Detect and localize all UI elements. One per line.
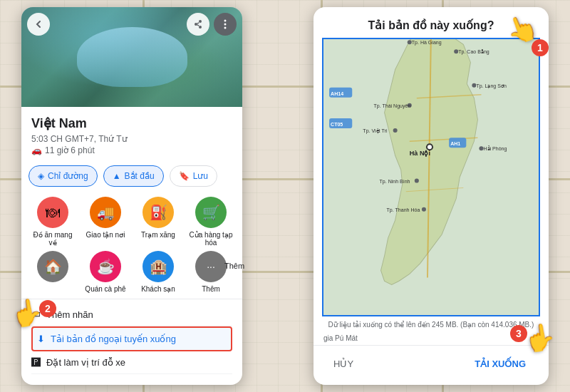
top-right-buttons bbox=[187, 13, 237, 36]
left-panel: Việt Nam 5:03 CH GMT+7, Thứ Tư 🚗 11 giờ … bbox=[21, 7, 242, 385]
home-icon: 🏠 bbox=[37, 251, 68, 282]
directions-label: Chỉ đường bbox=[48, 171, 88, 181]
cafe-icon: ☕ bbox=[90, 251, 121, 282]
category-grocery[interactable]: 🛒 Cửa hàng tạp hóa bbox=[187, 197, 235, 247]
svg-point-2 bbox=[224, 27, 227, 29]
category-gas[interactable]: ⛽ Trạm xăng bbox=[134, 197, 182, 247]
category-more[interactable]: ··· Thêm bbox=[187, 251, 235, 293]
navigate-button[interactable]: ▲ Bắt đầu bbox=[103, 165, 164, 187]
step-2-badge: 2 bbox=[39, 300, 56, 317]
svg-text:Tp. Việt Trì: Tp. Việt Trì bbox=[363, 128, 387, 134]
add-label-item[interactable]: 🏷 Thêm nhãn bbox=[31, 304, 232, 326]
category-grid: 🍽 Đồ ăn mang về 🚚 Giao tận nơi ⛽ Trạm xă… bbox=[21, 191, 242, 299]
step-1-badge: 1 bbox=[532, 39, 549, 56]
hotel-label: Khách sạn bbox=[141, 285, 175, 293]
back-button[interactable] bbox=[27, 13, 50, 36]
cancel-button[interactable]: HỦY bbox=[325, 353, 362, 375]
gas-icon: ⛽ bbox=[142, 197, 174, 228]
svg-text:AH14: AH14 bbox=[331, 91, 343, 96]
step-2-number: 2 bbox=[39, 300, 56, 317]
place-drive: 🚗 11 giờ 6 phút bbox=[31, 145, 232, 155]
offline-map-text: Tải bản đồ ngoại tuyến xuống bbox=[51, 334, 176, 344]
svg-text:Tp. Thanh Hóa: Tp. Thanh Hóa bbox=[387, 207, 420, 213]
svg-text:Tp. Cao Bằng: Tp. Cao Bằng bbox=[458, 49, 489, 55]
svg-point-1 bbox=[224, 24, 227, 26]
parking-icon: 🅿 bbox=[31, 357, 41, 368]
save-label: Lưu bbox=[193, 171, 208, 181]
drive-time-text: 11 giờ 6 phút bbox=[45, 145, 95, 155]
map-image bbox=[21, 7, 242, 107]
svg-point-0 bbox=[224, 20, 227, 22]
more-icon: ··· bbox=[195, 251, 227, 282]
svg-text:Google: Google bbox=[327, 314, 346, 315]
action-buttons-row: ◈ Chỉ đường ▲ Bắt đầu 🔖 Lưu bbox=[21, 161, 242, 191]
download-button[interactable]: TẢI XUỐNG bbox=[463, 353, 537, 375]
category-food[interactable]: 🍽 Đồ ăn mang về bbox=[28, 197, 77, 247]
svg-point-23 bbox=[393, 128, 398, 133]
step-1-number: 1 bbox=[532, 39, 549, 56]
svg-text:Tp. Ninh Bình: Tp. Ninh Bình bbox=[380, 179, 410, 185]
place-time: 5:03 CH GMT+7, Thứ Tư bbox=[31, 134, 232, 144]
delivery-icon: 🚚 bbox=[90, 197, 121, 228]
category-delivery[interactable]: 🚚 Giao tận nơi bbox=[81, 197, 130, 247]
grocery-label: Cửa hàng tạp hóa bbox=[187, 231, 235, 247]
share-button[interactable] bbox=[187, 13, 209, 36]
parking-text: Đặt làm vị trí đỗ xe bbox=[46, 357, 125, 368]
food-label: Đồ ăn mang về bbox=[28, 231, 77, 247]
parking-item[interactable]: 🅿 Đặt làm vị trí đỗ xe bbox=[31, 351, 232, 374]
svg-text:Tp. Thái Nguyên: Tp. Thái Nguyên bbox=[373, 103, 410, 109]
category-cafe[interactable]: ☕ Quán cà phê bbox=[81, 251, 130, 293]
car-icon: 🚗 bbox=[31, 145, 42, 155]
svg-text:Tp. Hà Giang: Tp. Hà Giang bbox=[412, 40, 442, 46]
navigate-label: Bắt đầu bbox=[125, 171, 155, 181]
svg-text:CT05: CT05 bbox=[331, 122, 343, 127]
download-info-text: Dữ liệu tải xuống có thể lên đến 245 MB.… bbox=[328, 321, 534, 329]
svg-point-32 bbox=[422, 207, 426, 212]
map-preview: AH14 CT05 AH1 Tp. Hà Giang Tp. Cao Bằng … bbox=[322, 38, 540, 316]
step-3-badge: 3 bbox=[510, 325, 527, 342]
save-button[interactable]: 🔖 Lưu bbox=[170, 165, 217, 187]
directions-button[interactable]: ◈ Chỉ đường bbox=[28, 165, 98, 187]
place-name: Việt Nam bbox=[31, 115, 232, 131]
more-label: Thêm bbox=[202, 285, 220, 293]
delivery-label: Giao tận nơi bbox=[86, 231, 125, 239]
vietnam-svg: AH14 CT05 AH1 Tp. Hà Giang Tp. Cao Bằng … bbox=[323, 39, 539, 315]
them-label: Thêm bbox=[224, 262, 244, 270]
svg-point-26 bbox=[428, 145, 432, 149]
gas-label: Trạm xăng bbox=[141, 231, 175, 239]
svg-text:AH1: AH1 bbox=[450, 141, 460, 146]
category-home[interactable]: 🏠 bbox=[28, 251, 77, 293]
offline-map-item[interactable]: ⬇ Tải bản đồ ngoại tuyến xuống bbox=[31, 326, 232, 351]
offline-icon: ⬇ bbox=[37, 334, 45, 344]
save-icon: 🔖 bbox=[179, 171, 190, 181]
grocery-icon: 🛒 bbox=[195, 197, 227, 228]
waterfall-water bbox=[77, 27, 187, 87]
more-button[interactable] bbox=[214, 13, 237, 36]
cafe-label: Quán cà phê bbox=[85, 285, 125, 293]
place-info: Việt Nam 5:03 CH GMT+7, Thứ Tư 🚗 11 giờ … bbox=[21, 107, 242, 161]
dialog-footer: HỦY TẢI XUỐNG bbox=[314, 345, 549, 385]
svg-text:Hải Phòng: Hải Phòng bbox=[483, 145, 507, 152]
svg-text:Hà Nội: Hà Nội bbox=[410, 150, 430, 157]
directions-icon: ◈ bbox=[38, 171, 44, 181]
category-hotel[interactable]: 🏨 Khách sạn bbox=[134, 251, 182, 293]
step-3-number: 3 bbox=[510, 325, 527, 342]
hotel-icon: 🏨 bbox=[142, 251, 174, 282]
food-icon: 🍽 bbox=[37, 197, 68, 228]
svg-point-30 bbox=[415, 179, 419, 183]
navigate-icon: ▲ bbox=[113, 171, 121, 181]
map-preview-inner: AH14 CT05 AH1 Tp. Hà Giang Tp. Cao Bằng … bbox=[323, 39, 539, 315]
svg-text:Tp. Lạng Sơn: Tp. Lạng Sơn bbox=[476, 83, 506, 89]
